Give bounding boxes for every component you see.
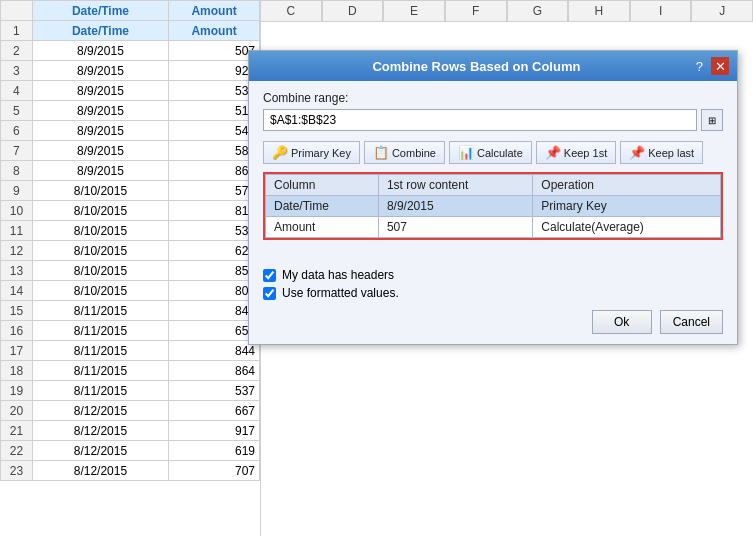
col-j-header[interactable]: J: [691, 0, 753, 22]
cell-amount[interactable]: 517: [169, 101, 260, 121]
cell-amount[interactable]: 864: [169, 361, 260, 381]
range-label: Combine range:: [263, 91, 723, 105]
cell-date[interactable]: 8/9/2015: [32, 61, 168, 81]
table-row: 14 8/10/2015 808: [1, 281, 260, 301]
cell-date[interactable]: 8/10/2015: [32, 261, 168, 281]
cell-amount[interactable]: 844: [169, 341, 260, 361]
table-row: 23 8/12/2015 707: [1, 461, 260, 481]
calculate-icon: 📊: [458, 145, 474, 160]
col-e-header[interactable]: E: [383, 0, 445, 22]
cell-amount[interactable]: 619: [169, 441, 260, 461]
cell-amount[interactable]: 862: [169, 161, 260, 181]
cell-amount[interactable]: 655: [169, 321, 260, 341]
cell-date[interactable]: 8/11/2015: [32, 341, 168, 361]
cell-date[interactable]: 8/10/2015: [32, 241, 168, 261]
dialog-table-row[interactable]: Date/Time 8/9/2015 Primary Key: [266, 196, 721, 217]
cell-date[interactable]: 8/11/2015: [32, 321, 168, 341]
cell-date[interactable]: 8/9/2015: [32, 101, 168, 121]
dialog-cell-first-row: 507: [378, 217, 532, 238]
cell-b1[interactable]: Amount: [169, 21, 260, 41]
ok-button[interactable]: Ok: [592, 310, 652, 334]
corner-header: [1, 1, 33, 21]
cell-amount[interactable]: 537: [169, 381, 260, 401]
cell-amount[interactable]: 667: [169, 401, 260, 421]
grid-icon: ⊞: [708, 115, 716, 126]
cell-amount[interactable]: 917: [169, 421, 260, 441]
keep-first-label: Keep 1st: [564, 147, 607, 159]
help-icon[interactable]: ?: [696, 59, 703, 74]
table-row: 3 8/9/2015 928: [1, 61, 260, 81]
cell-date[interactable]: 8/11/2015: [32, 301, 168, 321]
primary-key-button[interactable]: 🔑 Primary Key: [263, 141, 360, 164]
cell-date[interactable]: 8/11/2015: [32, 361, 168, 381]
cell-amount[interactable]: 548: [169, 121, 260, 141]
cell-date[interactable]: 8/12/2015: [32, 461, 168, 481]
cell-amount[interactable]: 536: [169, 81, 260, 101]
cell-amount[interactable]: 629: [169, 241, 260, 261]
row-num: 16: [1, 321, 33, 341]
row-num: 11: [1, 221, 33, 241]
cell-amount[interactable]: 928: [169, 61, 260, 81]
cell-amount[interactable]: 808: [169, 281, 260, 301]
cell-date[interactable]: 8/10/2015: [32, 181, 168, 201]
table-row: 9 8/10/2015 576: [1, 181, 260, 201]
cell-date[interactable]: 8/9/2015: [32, 141, 168, 161]
range-selector-button[interactable]: ⊞: [701, 109, 723, 131]
keep-last-button[interactable]: 📌 Keep last: [620, 141, 703, 164]
table-row: 13 8/10/2015 858: [1, 261, 260, 281]
cell-date[interactable]: 8/12/2015: [32, 421, 168, 441]
cancel-button[interactable]: Cancel: [660, 310, 723, 334]
col-h-header[interactable]: H: [568, 0, 630, 22]
row-num: 18: [1, 361, 33, 381]
table-row: 4 8/9/2015 536: [1, 81, 260, 101]
cell-date[interactable]: 8/10/2015: [32, 281, 168, 301]
dialog-bottom: My data has headers Use formatted values…: [249, 262, 737, 344]
cell-amount[interactable]: 507: [169, 41, 260, 61]
toolbar: 🔑 Primary Key 📋 Combine 📊 Calculate 📌 Ke…: [263, 141, 723, 164]
col-a-header[interactable]: Date/Time: [32, 1, 168, 21]
dialog-title: Combine Rows Based on Column: [257, 59, 696, 74]
formatted-checkbox[interactable]: [263, 287, 276, 300]
table-row: 21 8/12/2015 917: [1, 421, 260, 441]
combine-button[interactable]: 📋 Combine: [364, 141, 445, 164]
cell-date[interactable]: 8/12/2015: [32, 441, 168, 461]
cell-date[interactable]: 8/9/2015: [32, 161, 168, 181]
table-row: 17 8/11/2015 844: [1, 341, 260, 361]
range-input[interactable]: [263, 109, 697, 131]
cell-amount[interactable]: 858: [169, 261, 260, 281]
close-button[interactable]: ✕: [711, 57, 729, 75]
cell-date[interactable]: 8/10/2015: [32, 221, 168, 241]
cell-amount[interactable]: 537: [169, 221, 260, 241]
cell-amount[interactable]: 576: [169, 181, 260, 201]
col-g-header[interactable]: G: [507, 0, 569, 22]
cell-a1[interactable]: Date/Time: [32, 21, 168, 41]
dialog-cell-first-row: 8/9/2015: [378, 196, 532, 217]
checkbox-row-2: Use formatted values.: [263, 286, 723, 300]
cell-date[interactable]: 8/9/2015: [32, 121, 168, 141]
extra-col-headers: C D E F G H I J: [260, 0, 753, 22]
row-num: 2: [1, 41, 33, 61]
col-d-header[interactable]: D: [322, 0, 384, 22]
headers-checkbox[interactable]: [263, 269, 276, 282]
cell-date[interactable]: 8/9/2015: [32, 41, 168, 61]
row-num: 14: [1, 281, 33, 301]
cell-date[interactable]: 8/11/2015: [32, 381, 168, 401]
cell-date[interactable]: 8/12/2015: [32, 401, 168, 421]
cell-date[interactable]: 8/9/2015: [32, 81, 168, 101]
keep-first-button[interactable]: 📌 Keep 1st: [536, 141, 616, 164]
calculate-button[interactable]: 📊 Calculate: [449, 141, 532, 164]
dialog-table-row[interactable]: Amount 507 Calculate(Average): [266, 217, 721, 238]
cell-amount[interactable]: 815: [169, 201, 260, 221]
col-c-header[interactable]: C: [260, 0, 322, 22]
col-f-header[interactable]: F: [445, 0, 507, 22]
table-row: 15 8/11/2015 845: [1, 301, 260, 321]
col-b-header[interactable]: Amount: [169, 1, 260, 21]
cell-amount[interactable]: 845: [169, 301, 260, 321]
keep-last-label: Keep last: [648, 147, 694, 159]
col-i-header[interactable]: I: [630, 0, 692, 22]
cell-date[interactable]: 8/10/2015: [32, 201, 168, 221]
key-icon: 🔑: [272, 145, 288, 160]
cell-amount[interactable]: 707: [169, 461, 260, 481]
dialog-buttons: Ok Cancel: [263, 310, 723, 334]
cell-amount[interactable]: 586: [169, 141, 260, 161]
